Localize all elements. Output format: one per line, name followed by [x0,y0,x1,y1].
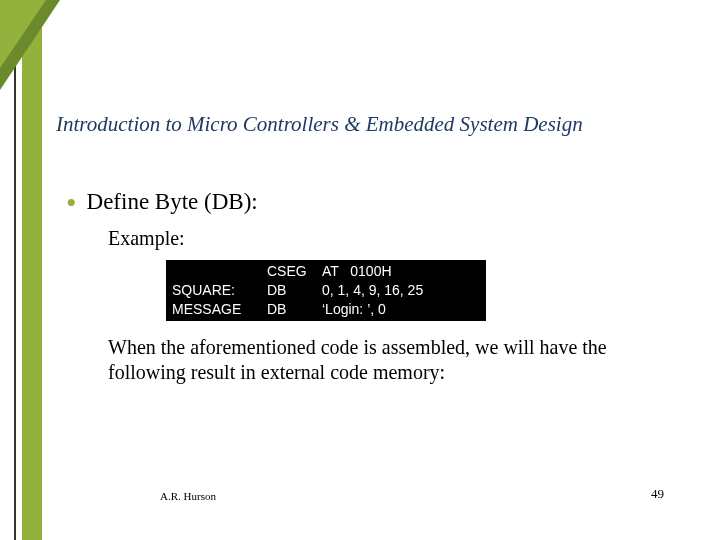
code-row: SQUARE: DB 0, 1, 4, 9, 16, 25 [172,281,423,300]
code-op: DB [267,281,322,300]
footer-author: A.R. Hurson [160,490,216,502]
bullet-dot-icon: • [66,188,77,218]
code-args: AT 0100H [322,262,423,281]
code-op: CSEG [267,262,322,281]
code-row: MESSAGE DB ‘Login: ’, 0 [172,300,423,319]
paragraph: When the aforementioned code is assemble… [108,335,670,385]
bullet-row: • Define Byte (DB): [66,184,680,215]
footer-page-number: 49 [651,486,664,502]
code-op: DB [267,300,322,319]
code-args: ‘Login: ’, 0 [322,300,423,319]
slide: Introduction to Micro Controllers & Embe… [0,0,720,540]
code-label [172,262,267,281]
corner-wedge-icon [0,0,60,90]
example-label: Example: [108,227,680,250]
code-table: CSEG AT 0100H SQUARE: DB 0, 1, 4, 9, 16,… [172,262,423,319]
code-args: 0, 1, 4, 9, 16, 25 [322,281,423,300]
page-title: Introduction to Micro Controllers & Embe… [56,112,583,137]
code-row: CSEG AT 0100H [172,262,423,281]
code-label: MESSAGE [172,300,267,319]
bullet-text: Define Byte (DB): [87,189,258,215]
code-label: SQUARE: [172,281,267,300]
code-block: CSEG AT 0100H SQUARE: DB 0, 1, 4, 9, 16,… [166,260,486,321]
content-area: • Define Byte (DB): Example: CSEG AT 010… [66,184,680,385]
